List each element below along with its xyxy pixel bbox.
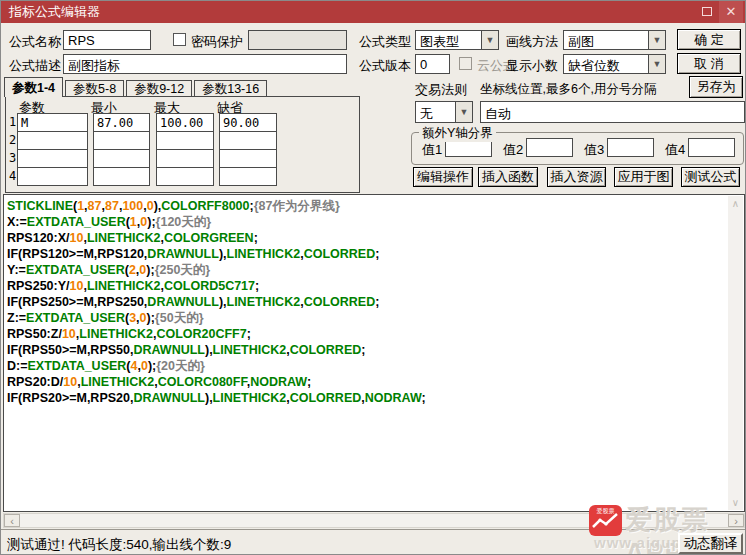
param-cell[interactable] bbox=[17, 149, 88, 168]
formula-name-input[interactable]: RPS bbox=[63, 30, 151, 50]
close-button[interactable]: ✕ bbox=[719, 1, 743, 23]
code-line: Y:=EXTDATA_USER(2,0);{250天的} bbox=[7, 262, 727, 278]
coord-line-label: 坐标线位置,最多6个,用分号分隔 bbox=[480, 81, 656, 98]
param-row-number: 1 bbox=[9, 115, 16, 129]
save-as-button[interactable]: 另存为 bbox=[689, 76, 743, 98]
param-cell[interactable]: 87.00 bbox=[93, 113, 150, 132]
decimal-value: 缺省位数 bbox=[568, 57, 620, 75]
code-line: RPS20:D/10,LINETHICK2,COLORC080FF,NODRAW… bbox=[7, 374, 727, 390]
param-cell[interactable] bbox=[17, 131, 88, 150]
trade-rule-dropdown[interactable]: 无 ▼ bbox=[415, 101, 473, 123]
param-cell[interactable] bbox=[219, 167, 277, 186]
formula-type-value: 图表型 bbox=[420, 33, 459, 51]
param-table: 参数最小最大缺省1M87.00100.0090.00234 bbox=[5, 96, 360, 193]
show-decimal-label: 显示小数 bbox=[506, 57, 558, 75]
code-line: IF(RPS20>=M,RPS20,DRAWNULL),LINETHICK2,C… bbox=[7, 390, 727, 406]
param-cell[interactable] bbox=[156, 167, 214, 186]
param-cell[interactable] bbox=[93, 167, 150, 186]
formula-desc-label: 公式描述 bbox=[9, 57, 61, 75]
param-cell[interactable] bbox=[219, 131, 277, 150]
code-line: IF(RPS50>=M,RPS50,DRAWNULL),LINETHICK2,C… bbox=[7, 342, 727, 358]
code-line: IF(RPS120>=M,RPS120,DRAWNULL),LINETHICK2… bbox=[7, 246, 727, 262]
code-line: RPS50:Z/10,LINETHICK2,COLOR20CFF7; bbox=[7, 326, 727, 342]
status-bar: 测试通过! 代码长度:540,输出线个数:9 bbox=[1, 529, 746, 555]
vertical-scrollbar[interactable]: ∧ ∨ bbox=[728, 196, 743, 510]
dynamic-translate-button[interactable]: 动态翻译 bbox=[678, 533, 743, 554]
value-label-1: 值1 bbox=[422, 141, 442, 159]
trade-rule-value: 无 bbox=[420, 105, 433, 123]
param-cell[interactable] bbox=[93, 131, 150, 150]
chevron-down-icon[interactable]: ▼ bbox=[648, 31, 665, 49]
param-row-number: 3 bbox=[9, 151, 16, 165]
value-label-4: 值4 bbox=[665, 141, 685, 159]
formula-type-dropdown[interactable]: 图表型 ▼ bbox=[415, 30, 499, 50]
param-cell[interactable] bbox=[93, 149, 150, 168]
code-line: RPS250:Y/10,LINETHICK2,COLORD5C717; bbox=[7, 278, 727, 294]
draw-method-value: 副图 bbox=[568, 33, 594, 51]
ok-button[interactable]: 确 定 bbox=[677, 29, 741, 50]
param-row-number: 2 bbox=[9, 133, 16, 147]
chevron-down-icon[interactable]: ▼ bbox=[481, 31, 498, 49]
param-cell[interactable]: 100.00 bbox=[156, 113, 214, 132]
value-input-4[interactable] bbox=[688, 138, 735, 157]
code-text[interactable]: STICKLINE(1,87,87,100,0),COLORFF8000;{87… bbox=[7, 198, 727, 406]
formula-version-input[interactable]: 0 bbox=[415, 54, 450, 74]
action-button-5[interactable]: 测试公式 bbox=[681, 167, 740, 187]
param-row-number: 4 bbox=[9, 169, 16, 183]
cancel-button[interactable]: 取 消 bbox=[677, 53, 741, 74]
code-line: IF(RPS250>=M,RPS250,DRAWNULL),LINETHICK2… bbox=[7, 294, 727, 310]
window-title: 指标公式编辑器 bbox=[9, 4, 100, 19]
scroll-right-icon[interactable]: › bbox=[728, 514, 744, 527]
code-line: Z:=EXTDATA_USER(3,0);{50天的} bbox=[7, 310, 727, 326]
formula-type-label: 公式类型 bbox=[359, 33, 411, 51]
param-cell[interactable] bbox=[156, 131, 214, 150]
value-label-3: 值3 bbox=[584, 141, 604, 159]
maximize-button[interactable] bbox=[695, 1, 719, 23]
formula-editor-window: 指标公式编辑器 ✕ 公式名称 RPS 密码保护 公式类型 图表型 ▼ 画线方法 … bbox=[0, 0, 746, 555]
scroll-down-icon[interactable]: ∨ bbox=[728, 495, 743, 510]
code-line: STICKLINE(1,87,87,100,0),COLORFF8000;{87… bbox=[7, 198, 727, 214]
scroll-up-icon[interactable]: ∧ bbox=[728, 196, 743, 211]
formula-version-label: 公式版本 bbox=[359, 57, 411, 75]
decimal-dropdown[interactable]: 缺省位数 ▼ bbox=[563, 54, 666, 74]
draw-method-dropdown[interactable]: 副图 ▼ bbox=[563, 30, 666, 50]
tab-参数9-12[interactable]: 参数9-12 bbox=[126, 80, 192, 97]
code-editor[interactable]: STICKLINE(1,87,87,100,0),COLORFF8000;{87… bbox=[3, 194, 745, 512]
draw-method-label: 画线方法 bbox=[506, 33, 558, 51]
formula-desc-input[interactable]: 副图指标 bbox=[63, 54, 347, 74]
value-input-2[interactable] bbox=[526, 138, 573, 157]
action-button-2[interactable]: 插入函数 bbox=[478, 167, 538, 187]
action-button-1[interactable]: 编辑操作 bbox=[413, 167, 473, 187]
titlebar[interactable]: 指标公式编辑器 ✕ bbox=[1, 1, 746, 23]
param-cell[interactable]: M bbox=[17, 113, 88, 132]
scroll-left-icon[interactable]: ‹ bbox=[4, 514, 20, 527]
test-result-text: 测试通过! 代码长度:540,输出线个数:9 bbox=[7, 536, 231, 554]
value-input-3[interactable] bbox=[607, 138, 654, 157]
action-button-3[interactable]: 插入资源 bbox=[547, 167, 606, 187]
horizontal-scrollbar[interactable]: ‹ › bbox=[3, 513, 745, 528]
extra-y-group-label: 额外Y轴分界 bbox=[419, 125, 496, 142]
param-cell[interactable]: 90.00 bbox=[219, 113, 277, 132]
value-label-2: 值2 bbox=[503, 141, 523, 159]
code-line: X:=EXTDATA_USER(1,0);{120天的} bbox=[7, 214, 727, 230]
coord-line-input[interactable]: 自动 bbox=[480, 101, 745, 123]
tab-参数5-8[interactable]: 参数5-8 bbox=[65, 80, 124, 97]
password-input bbox=[248, 30, 347, 50]
tab-参数13-16[interactable]: 参数13-16 bbox=[194, 80, 267, 97]
trade-rule-label: 交易法则 bbox=[415, 81, 467, 99]
chevron-down-icon[interactable]: ▼ bbox=[648, 55, 665, 73]
param-cell[interactable] bbox=[156, 149, 214, 168]
cloud-formula-checkbox bbox=[459, 57, 472, 70]
code-line: RPS120:X/10,LINETHICK2,COLORGREEN; bbox=[7, 230, 727, 246]
password-label: 密码保护 bbox=[191, 33, 243, 51]
param-tabs: 参数1-4参数5-8参数9-12参数13-16 bbox=[4, 77, 269, 97]
password-checkbox[interactable] bbox=[173, 33, 186, 46]
chevron-down-icon[interactable]: ▼ bbox=[455, 102, 472, 122]
param-cell[interactable] bbox=[219, 149, 277, 168]
code-line: D:=EXTDATA_USER(4,0);{20天的} bbox=[7, 358, 727, 374]
param-cell[interactable] bbox=[17, 167, 88, 186]
action-button-4[interactable]: 应用于图 bbox=[614, 167, 673, 187]
maximize-icon bbox=[702, 7, 712, 16]
formula-name-label: 公式名称 bbox=[9, 33, 61, 51]
tab-参数1-4[interactable]: 参数1-4 bbox=[4, 77, 63, 97]
